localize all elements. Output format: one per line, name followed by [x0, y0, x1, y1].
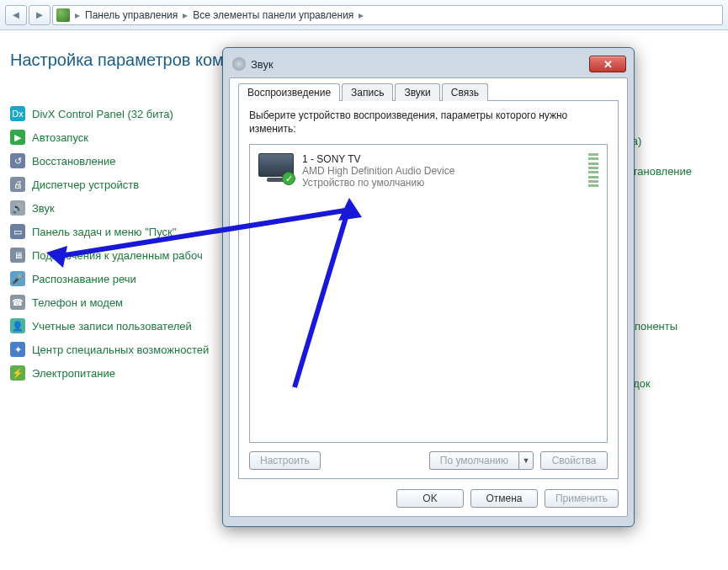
- control-panel-item-label: Диспетчер устройств: [32, 178, 139, 191]
- tab-sounds[interactable]: Звуки: [395, 83, 439, 101]
- sound-dialog: Звук ✕ Воспроизведение Запись Звуки Связ…: [222, 47, 635, 527]
- control-panel-item-label: Распознавание речи: [32, 273, 136, 285]
- control-panel-item-icon: ✦: [10, 342, 25, 357]
- configure-button[interactable]: Настроить: [249, 451, 321, 470]
- control-panel-item-label: Электропитание: [32, 367, 115, 380]
- set-default-button[interactable]: По умолчанию ▼: [429, 451, 534, 470]
- tab-pane-playback: Выберите устройство воспроизведения, пар…: [238, 100, 619, 479]
- speaker-icon: [232, 57, 246, 71]
- control-panel-item-icon: ⚡: [10, 365, 25, 381]
- control-panel-item-label: Автозапуск: [32, 131, 88, 144]
- control-panel-item-icon: ↺: [10, 153, 25, 168]
- control-panel-item-icon: ▶: [10, 130, 25, 145]
- control-panel-item-icon: 🖨: [10, 177, 25, 192]
- control-panel-item-icon: 🎤: [10, 271, 25, 286]
- device-item[interactable]: ✓ 1 - SONY TV AMD High Definition Audio …: [255, 150, 602, 192]
- control-panel-item-label: Панель задач и меню "Пуск": [32, 226, 176, 238]
- default-check-icon: ✓: [282, 172, 295, 185]
- close-button[interactable]: ✕: [589, 56, 626, 72]
- level-meter-icon: [588, 153, 598, 187]
- properties-button[interactable]: Свойства: [540, 451, 608, 470]
- chevron-right-icon: ▸: [359, 9, 364, 21]
- address-bar: ◄ ► ▸ Панель управления ▸ Все элементы п…: [0, 0, 728, 30]
- control-panel-item-label: Подключения к удаленным рабоч: [32, 249, 203, 262]
- control-panel-item-partial[interactable]: мпоненты: [627, 320, 678, 333]
- dialog-footer: OK Отмена Применить: [238, 489, 619, 508]
- nav-back-button[interactable]: ◄: [5, 5, 27, 25]
- cancel-button[interactable]: Отмена: [470, 489, 538, 508]
- control-panel-icon: [56, 8, 70, 22]
- dialog-titlebar[interactable]: Звук ✕: [229, 54, 628, 77]
- dialog-body: Воспроизведение Запись Звуки Связь Выбер…: [229, 77, 628, 517]
- control-panel-item-label: DivX Control Panel (32 бита): [32, 108, 173, 120]
- ok-button[interactable]: OK: [396, 489, 464, 508]
- instruction-text: Выберите устройство воспроизведения, пар…: [249, 109, 608, 136]
- control-panel-item-icon: Dx: [10, 106, 25, 121]
- chevron-right-icon: ▸: [183, 9, 188, 21]
- tab-communications[interactable]: Связь: [442, 83, 488, 101]
- control-panel-item-label: Телефон и модем: [32, 296, 123, 309]
- device-description: AMD High Definition Audio Device: [302, 165, 454, 177]
- device-list[interactable]: ✓ 1 - SONY TV AMD High Definition Audio …: [249, 144, 608, 443]
- control-panel-item-label: Звук: [32, 202, 55, 215]
- tab-playback[interactable]: Воспроизведение: [238, 83, 340, 101]
- control-panel-item-icon: ☎: [10, 295, 25, 310]
- control-panel-item-label: Восстановление: [32, 155, 115, 168]
- breadcrumb-part[interactable]: Панель управления: [85, 9, 178, 21]
- device-name: 1 - SONY TV: [302, 153, 454, 165]
- breadcrumb[interactable]: ▸ Панель управления ▸ Все элементы панел…: [52, 5, 723, 25]
- chevron-down-icon[interactable]: ▼: [518, 451, 534, 470]
- breadcrumb-part[interactable]: Все элементы панели управления: [193, 9, 353, 21]
- device-status: Устройство по умолчанию: [302, 177, 454, 189]
- tv-icon: ✓: [258, 153, 294, 184]
- control-panel-item-icon: 🔊: [10, 200, 25, 216]
- control-panel-item-label: Центр специальных возможностей: [32, 344, 209, 356]
- chevron-right-icon: ▸: [75, 9, 80, 21]
- control-panel-item-icon: ▭: [10, 224, 25, 239]
- apply-button[interactable]: Применить: [545, 489, 619, 508]
- dialog-tabs: Воспроизведение Запись Звуки Связь: [238, 83, 619, 101]
- control-panel-item-icon: 🖥: [10, 248, 25, 263]
- control-panel-item-label: Учетные записи пользователей: [32, 320, 192, 333]
- tab-recording[interactable]: Запись: [342, 83, 393, 101]
- nav-forward-button[interactable]: ►: [29, 5, 50, 25]
- control-panel-item-partial[interactable]: становление: [627, 165, 692, 178]
- control-panel-item-icon: 👤: [10, 318, 25, 333]
- dialog-title: Звук: [251, 58, 274, 71]
